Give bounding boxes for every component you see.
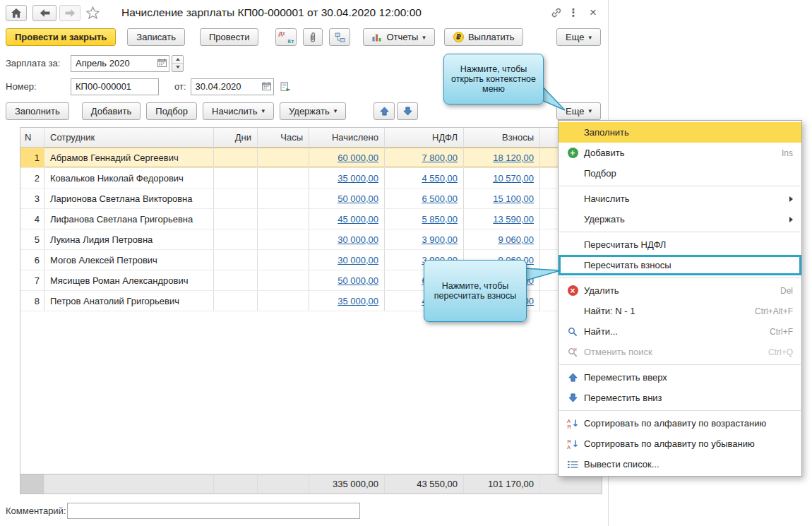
amount-link[interactable]: 45 000,00: [338, 214, 378, 225]
table-cell[interactable]: [258, 209, 309, 229]
table-cell[interactable]: Ларионова Светлана Викторовна: [44, 189, 214, 208]
menu-item-pick[interactable]: Подбор: [559, 163, 801, 184]
amount-link[interactable]: 50 000,00: [338, 275, 378, 286]
calendar-icon[interactable]: [157, 59, 167, 69]
add-button[interactable]: Добавить: [82, 102, 141, 120]
table-cell[interactable]: [214, 291, 258, 311]
table-cell[interactable]: 5 850,00: [385, 209, 464, 229]
table-cell[interactable]: 9 060,00: [464, 229, 540, 249]
table-cell[interactable]: [258, 189, 309, 208]
table-cell[interactable]: 3: [20, 189, 44, 208]
back-button[interactable]: [32, 5, 56, 21]
amount-link[interactable]: 50 000,00: [338, 193, 378, 204]
table-cell[interactable]: [214, 270, 258, 290]
amount-link[interactable]: 35 000,00: [338, 173, 378, 184]
table-cell[interactable]: Мясищев Роман Александрович: [44, 270, 214, 290]
table-cell[interactable]: 50 000,00: [309, 270, 385, 290]
menu-item-find-current[interactable]: Найти: N - 1Ctrl+Alt+F: [559, 301, 801, 321]
table-cell[interactable]: [258, 168, 309, 188]
comment-input[interactable]: [67, 503, 360, 519]
column-header-contributions[interactable]: Взносы: [464, 128, 540, 147]
table-cell[interactable]: 35 000,00: [309, 168, 385, 188]
table-row[interactable]: 1Абрамов Геннадий Сергеевич60 000,007 80…: [20, 148, 602, 168]
table-cell[interactable]: 7 800,00: [385, 148, 464, 167]
more-button-top[interactable]: Еще▾: [556, 28, 601, 46]
dtkt-button[interactable]: ДтКт: [275, 28, 297, 46]
table-cell[interactable]: 45 000,00: [309, 209, 385, 229]
amount-link[interactable]: 3 900,00: [422, 234, 458, 245]
link-icon[interactable]: [549, 6, 563, 20]
post-and-close-button[interactable]: Провести и закрыть: [6, 28, 116, 46]
close-icon[interactable]: ×: [586, 6, 600, 20]
table-row[interactable]: 5Лукина Лидия Петровна30 000,003 900,009…: [20, 229, 602, 250]
table-cell[interactable]: [214, 250, 258, 270]
move-down-button[interactable]: [397, 102, 418, 120]
column-header-employee[interactable]: Сотрудник: [44, 128, 214, 147]
table-cell[interactable]: Лифанова Светлана Григорьевна: [44, 209, 214, 229]
table-row[interactable]: 4Лифанова Светлана Григорьевна45 000,005…: [20, 209, 602, 229]
table-cell[interactable]: 30 000,00: [309, 229, 385, 249]
reports-button[interactable]: Отчеты▾: [363, 28, 434, 46]
table-cell[interactable]: 6 500,00: [385, 189, 464, 208]
stepper-up-icon[interactable]: [172, 56, 183, 64]
related-documents-button[interactable]: [329, 28, 350, 46]
salary-period-input[interactable]: [71, 55, 169, 72]
table-cell[interactable]: [258, 250, 309, 270]
stepper-down-icon[interactable]: [172, 63, 183, 71]
table-cell[interactable]: 50 000,00: [309, 189, 385, 208]
table-row[interactable]: 3Ларионова Светлана Викторовна50 000,006…: [20, 189, 602, 209]
table-cell[interactable]: 13 590,00: [464, 209, 540, 229]
table-cell[interactable]: 2: [20, 168, 44, 188]
accrue-button[interactable]: Начислить▾: [203, 102, 274, 120]
home-button[interactable]: [6, 5, 27, 21]
table-cell[interactable]: 3 900,00: [385, 229, 464, 249]
table-cell[interactable]: [258, 148, 309, 167]
amount-link[interactable]: 18 120,00: [493, 153, 534, 163]
table-cell[interactable]: 60 000,00: [309, 148, 385, 167]
amount-link[interactable]: 5 850,00: [422, 214, 458, 225]
table-cell[interactable]: Абрамов Геннадий Сергеевич: [44, 148, 214, 167]
column-header-days[interactable]: Дни: [214, 128, 258, 147]
menu-item-sort-desc[interactable]: ЯАСортировать по алфавиту по убыванию: [559, 434, 801, 454]
attachments-button[interactable]: [303, 28, 323, 46]
menu-item-withhold[interactable]: Удержать: [559, 209, 801, 229]
table-cell[interactable]: Ковальков Николай Федорович: [44, 168, 214, 188]
menu-item-recalc-contributions[interactable]: Пересчитать взносы: [559, 255, 801, 275]
fill-button[interactable]: Заполнить: [6, 102, 69, 120]
table-cell[interactable]: 4 550,00: [385, 168, 464, 188]
amount-link[interactable]: 9 060,00: [498, 234, 534, 245]
table-cell[interactable]: 5: [20, 229, 44, 249]
calendar-icon[interactable]: [262, 82, 271, 92]
amount-link[interactable]: 30 000,00: [338, 234, 378, 245]
table-row[interactable]: 2Ковальков Николай Федорович35 000,004 5…: [20, 168, 602, 189]
menu-item-find[interactable]: Найти...Ctrl+F: [559, 321, 801, 342]
table-cell[interactable]: Лукина Лидия Петровна: [44, 229, 214, 249]
table-cell[interactable]: Могов Алексей Петрович: [44, 250, 214, 270]
forward-button[interactable]: [59, 5, 80, 21]
table-cell[interactable]: 30 000,00: [309, 250, 385, 270]
menu-item-add[interactable]: +ДобавитьIns: [559, 143, 801, 163]
amount-link[interactable]: 6 500,00: [422, 193, 458, 204]
table-cell[interactable]: 18 120,00: [464, 148, 540, 167]
menu-item-recalc-ndfl[interactable]: Пересчитать НДФЛ: [559, 234, 801, 255]
table-cell[interactable]: [214, 229, 258, 249]
table-cell[interactable]: [214, 209, 258, 229]
menu-item-delete[interactable]: ×УдалитьDel: [559, 280, 801, 301]
menu-item-fill[interactable]: Заполнить: [559, 122, 801, 143]
menu-item-move-up[interactable]: Переместить вверх: [559, 367, 801, 388]
amount-link[interactable]: 60 000,00: [338, 153, 378, 163]
table-cell[interactable]: [214, 168, 258, 188]
withhold-button[interactable]: Удержать▾: [280, 102, 346, 120]
kebab-menu-icon[interactable]: ⋮: [566, 6, 580, 20]
period-stepper[interactable]: [172, 55, 184, 72]
pick-button[interactable]: Подбор: [146, 102, 197, 120]
menu-item-move-down[interactable]: Переместить вниз: [559, 388, 801, 408]
amount-link[interactable]: 7 800,00: [422, 153, 458, 163]
pay-button[interactable]: ₽ Выплатить: [444, 28, 524, 46]
favorite-star-icon[interactable]: [86, 6, 100, 21]
menu-item-output-list[interactable]: Вывести список...: [559, 454, 801, 474]
amount-link[interactable]: 35 000,00: [338, 296, 378, 306]
table-cell[interactable]: 4: [20, 209, 44, 229]
table-cell[interactable]: [258, 270, 309, 290]
column-header-hours[interactable]: Часы: [258, 128, 309, 147]
